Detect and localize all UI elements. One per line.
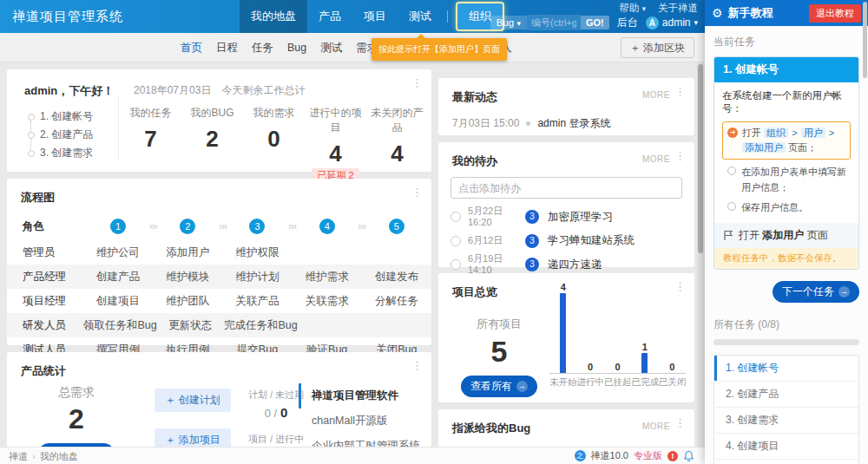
- avatar: A: [646, 16, 659, 29]
- kebab-menu-icon[interactable]: ⋮: [674, 87, 686, 97]
- tutorial-task-item[interactable]: 2. 创建产品: [714, 381, 858, 407]
- nav-item-project[interactable]: 项目: [352, 0, 398, 33]
- more-link[interactable]: MORE: [642, 422, 670, 431]
- chevrons-icon: ›››: [288, 220, 296, 232]
- subnav-item-bug[interactable]: Bug: [284, 33, 310, 62]
- stat-open-products[interactable]: 未关闭的产品 4: [366, 106, 428, 183]
- project-status-chart: 4 0 0 1 0 未开始 进行中 已挂起 已完成 已关闭: [549, 287, 686, 389]
- kebab-menu-icon[interactable]: ⋮: [674, 151, 686, 161]
- tutorial-task-item[interactable]: 3. 创建需求: [714, 407, 858, 433]
- todo-text[interactable]: 加密原理学习: [548, 210, 613, 225]
- breadcrumb-page[interactable]: 我的地盘: [40, 451, 78, 461]
- task-intro: 在系统创建一个新的用户帐号：: [722, 89, 851, 115]
- stat-my-bugs[interactable]: 我的BUG 2: [181, 106, 243, 183]
- next-task-button[interactable]: 下一个任务→: [773, 281, 859, 303]
- sidebar-scrollbar-thumb[interactable]: [863, 2, 867, 78]
- keyword-organization[interactable]: 组织: [764, 127, 788, 138]
- create-plan-button[interactable]: ＋ 创建计划: [155, 389, 231, 412]
- panel-title: 产品统计: [21, 364, 66, 377]
- main-scrollbar[interactable]: [697, 62, 704, 447]
- tutorial-note: 教程任务中，数据不会保存。: [714, 248, 858, 269]
- product-list-item[interactable]: 企业内部工时管理系统: [299, 434, 423, 447]
- summary-label: 今天剩余工作总计: [221, 83, 305, 98]
- dot-icon: [526, 121, 530, 126]
- search-type-select[interactable]: Bug ▾: [490, 16, 527, 29]
- date-summary: 2018年07月03日 今天剩余工作总计: [134, 83, 305, 98]
- tutorial-task-item[interactable]: 1. 创建帐号: [714, 356, 858, 381]
- backend-link[interactable]: 后台: [617, 16, 638, 30]
- todo-date: 6月12日: [468, 235, 515, 246]
- kebab-menu-icon[interactable]: ⋮: [411, 78, 423, 88]
- todo-checkbox[interactable]: [450, 212, 461, 222]
- stat-my-tasks[interactable]: 我的任务 7: [120, 106, 181, 183]
- chart-category: 未开始: [549, 376, 577, 389]
- about-link[interactable]: 关于禅道: [658, 2, 698, 15]
- todo-text[interactable]: 学习蝉知建站系统: [548, 233, 635, 248]
- kebab-menu-icon[interactable]: ⋮: [674, 418, 686, 428]
- footer-bar: 禅道›我的地盘 之 禅道10.0 专业版 !: [0, 447, 705, 464]
- todo-text[interactable]: 递四方速递: [548, 258, 602, 272]
- tutorial-task-item[interactable]: 4. 创建项目: [714, 433, 858, 459]
- product-list-item[interactable]: chanMall开源版: [299, 408, 423, 434]
- step-number: 3: [249, 219, 265, 234]
- tutorial-task-item[interactable]: 5. 管理团队: [714, 459, 858, 464]
- todo-checkbox[interactable]: [450, 259, 461, 270]
- subnav-item-calendar[interactable]: 日程: [213, 33, 241, 62]
- kebab-menu-icon[interactable]: ⋮: [411, 361, 423, 371]
- subnav-item-home[interactable]: 首页: [177, 33, 206, 62]
- plus-icon: ＋: [165, 434, 178, 446]
- keyword-add-user[interactable]: 添加用户: [742, 142, 786, 153]
- panel-title: 指派给我的Bug: [452, 422, 530, 435]
- greeting-panel: ⋮ admin，下午好！ 1. 创建帐号 2. 创建产品 3. 创建需求 201…: [7, 69, 431, 172]
- todo-checkbox[interactable]: [450, 236, 461, 246]
- tutorial-badge-icon: ⚙: [712, 7, 723, 19]
- nav-item-my-workspace[interactable]: 我的地盘: [240, 0, 307, 33]
- add-project-button[interactable]: ＋ 添加项目: [155, 428, 231, 447]
- breadcrumb-app[interactable]: 禅道: [9, 451, 28, 461]
- assigned-bugs-panel: 指派给我的Bug MORE ⋮: [438, 409, 694, 447]
- username: admin: [662, 16, 691, 29]
- nav-item-product[interactable]: 产品: [307, 0, 352, 33]
- role-header: 角色: [7, 219, 83, 234]
- scrollbar-thumb[interactable]: [698, 64, 703, 253]
- nav-item-test[interactable]: 测试: [398, 0, 443, 33]
- stat-active-projects[interactable]: 进行中的项目 4 已延期 2: [305, 106, 366, 183]
- user-menu[interactable]: A admin ▾: [646, 16, 698, 29]
- subnav-item-task[interactable]: 任务: [248, 33, 277, 62]
- arrow-right-icon: →: [838, 286, 850, 297]
- tutorial-progress-bar: [713, 339, 859, 345]
- chevron-down-icon: ▾: [516, 19, 521, 28]
- work-stats: 我的任务 7 我的BUG 2 我的需求 0 进行中的项目 4 已延期 2 未关闭…: [120, 106, 428, 183]
- all-tasks-label: 所有任务 (0/8): [713, 317, 859, 332]
- stat-my-stories[interactable]: 我的需求 0: [243, 106, 305, 183]
- step-number: 5: [389, 219, 404, 234]
- step-number: 4: [319, 219, 335, 234]
- add-block-button[interactable]: ＋ 添加区块: [621, 37, 694, 58]
- edition-link[interactable]: 专业版: [634, 449, 662, 462]
- app-logo[interactable]: 禅道项目管理系统: [12, 0, 123, 33]
- exit-tutorial-button[interactable]: 退出教程: [809, 4, 861, 23]
- more-link[interactable]: MORE: [642, 154, 670, 164]
- kebab-menu-icon[interactable]: ⋮: [411, 187, 423, 198]
- search-input[interactable]: [527, 15, 581, 30]
- help-link[interactable]: 帮助 ▾: [619, 2, 646, 15]
- view-all-projects-button[interactable]: 查看所有→: [461, 376, 537, 397]
- tutorial-step-active: ➜ 打开 组织 > 用户 > 添加用户 页面；: [722, 121, 851, 160]
- top-navbar: 禅道项目管理系统 我的地盘 产品 项目 测试 组织 帮助 ▾ 关于禅道 Bug …: [0, 0, 705, 33]
- latest-activity-panel: 最新动态 MORE ⋮ 7月03日 15:00 admin 登录系统: [438, 78, 694, 135]
- tutorial-title: 新手教程: [728, 5, 773, 21]
- add-todo-input[interactable]: [450, 177, 682, 199]
- search-go-button[interactable]: GO!: [581, 16, 609, 29]
- more-link[interactable]: MORE: [642, 90, 670, 100]
- bell-icon[interactable]: [683, 450, 694, 462]
- product-stats-panel: 产品统计 ⋮ 总需求 2 查看全部→ ＋ 创建计划 ＋ 添加项目 计划 / 未过…: [7, 352, 431, 447]
- flag-icon: [723, 230, 733, 241]
- subnav-item-test[interactable]: 测试: [317, 33, 345, 62]
- breadcrumb-separator: ›: [32, 451, 36, 461]
- alert-icon[interactable]: !: [667, 451, 678, 461]
- activity-item: 7月03日 15:00 admin 登录系统: [452, 116, 681, 131]
- todo-priority-badge: 3: [525, 234, 539, 248]
- todo-item: 6月12日 3 学习蝉知建站系统: [450, 233, 682, 248]
- product-list-item[interactable]: 禅道项目管理软件: [299, 383, 423, 408]
- keyword-user[interactable]: 用户: [801, 127, 825, 138]
